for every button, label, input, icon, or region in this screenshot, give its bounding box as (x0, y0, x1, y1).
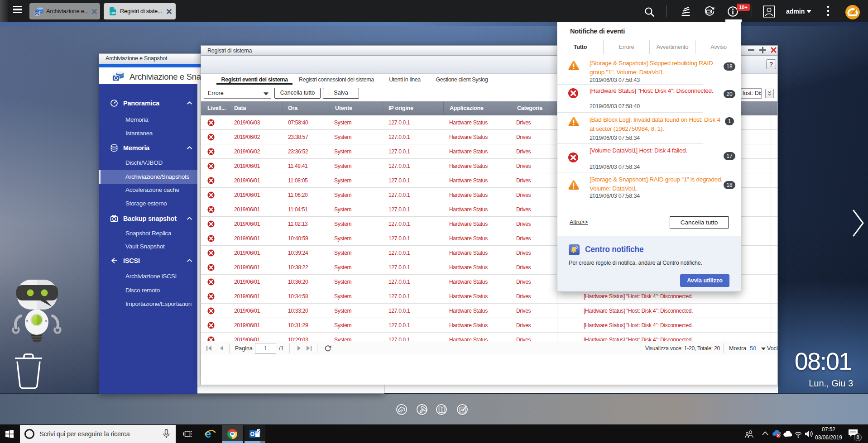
svg-text:LOG: LOG (110, 12, 115, 14)
svg-text:e: e (205, 428, 211, 440)
